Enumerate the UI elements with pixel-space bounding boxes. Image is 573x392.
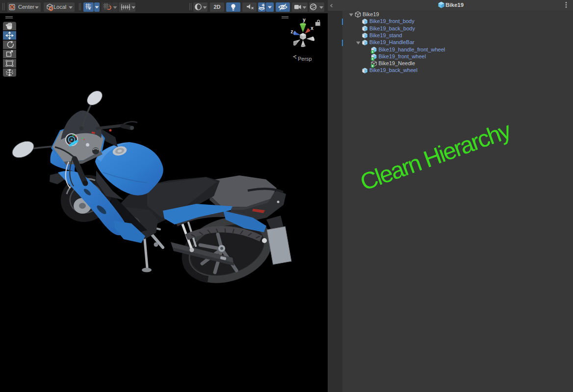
svg-text:z: z	[291, 29, 293, 34]
svg-text:Y: Y	[88, 6, 91, 11]
svg-text:x: x	[311, 25, 313, 31]
svg-text:Persp: Persp	[298, 56, 312, 62]
svg-text:y: y	[303, 17, 306, 23]
